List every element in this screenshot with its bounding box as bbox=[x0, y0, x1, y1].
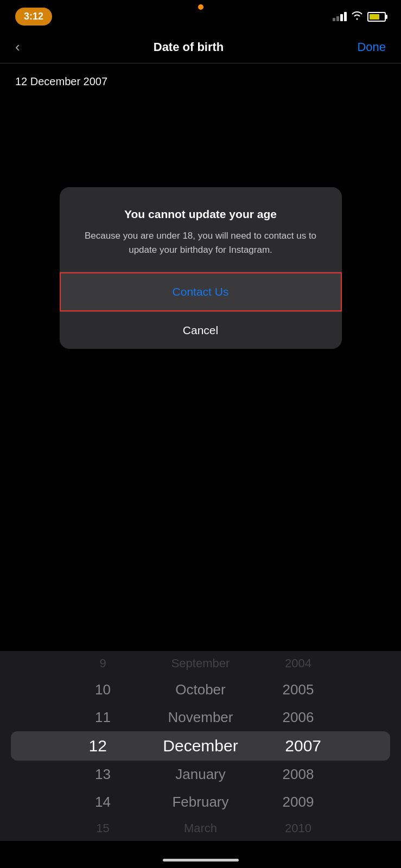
picker-month: March bbox=[168, 821, 233, 835]
picker-day: 12 bbox=[65, 737, 130, 755]
picker-row[interactable]: 14 February 2009 bbox=[0, 788, 401, 816]
picker-day: 10 bbox=[71, 681, 136, 698]
nav-bar: ‹ Date of birth Done bbox=[0, 31, 401, 63]
picker-row[interactable]: 12 December 2007 bbox=[11, 731, 390, 761]
picker-month: January bbox=[168, 766, 233, 783]
status-bar: 3:12 bbox=[0, 0, 401, 31]
picker-month: February bbox=[168, 794, 233, 810]
picker-year: 2008 bbox=[266, 766, 331, 783]
picker-row[interactable]: 11 November 2006 bbox=[0, 704, 401, 731]
picker-month: September bbox=[168, 656, 233, 671]
picker-day: 11 bbox=[71, 709, 136, 726]
alert-dialog: You cannot update your age Because you a… bbox=[60, 187, 342, 349]
wifi-icon bbox=[351, 11, 363, 23]
picker-row[interactable]: 10 October 2005 bbox=[0, 676, 401, 704]
orange-dot bbox=[198, 4, 203, 10]
done-button[interactable]: Done bbox=[357, 40, 386, 54]
contact-us-button[interactable]: Contact Us bbox=[60, 272, 342, 311]
picker-row[interactable]: 15 March 2010 bbox=[0, 816, 401, 841]
alert-message: Because you are under 18, you will need … bbox=[79, 229, 322, 257]
picker-day: 13 bbox=[71, 766, 136, 783]
alert-content: You cannot update your age Because you a… bbox=[60, 187, 342, 272]
back-button[interactable]: ‹ bbox=[15, 39, 20, 55]
picker-day: 14 bbox=[71, 794, 136, 810]
selected-date-text: 12 December 2007 bbox=[15, 75, 107, 87]
status-icons bbox=[333, 11, 386, 23]
picker-year: 2006 bbox=[266, 709, 331, 726]
home-indicator bbox=[163, 859, 239, 861]
picker-month: October bbox=[168, 681, 233, 698]
picker-year: 2005 bbox=[266, 681, 331, 698]
picker-rows: 9 September 2004 10 October 2005 11 Nove… bbox=[0, 651, 401, 841]
date-display: 12 December 2007 bbox=[0, 63, 401, 100]
picker-row[interactable]: 13 January 2008 bbox=[0, 761, 401, 788]
picker-year: 2009 bbox=[266, 794, 331, 810]
battery-icon bbox=[367, 12, 386, 22]
picker-month: November bbox=[168, 709, 233, 726]
signal-icon bbox=[333, 12, 347, 21]
status-time: 3:12 bbox=[15, 8, 52, 25]
picker-row[interactable]: 9 September 2004 bbox=[0, 651, 401, 676]
alert-buttons: Contact Us Cancel bbox=[60, 272, 342, 349]
picker-year: 2007 bbox=[271, 737, 336, 755]
picker-day: 9 bbox=[71, 656, 136, 671]
picker-year: 2010 bbox=[266, 821, 331, 835]
picker-day: 15 bbox=[71, 821, 136, 835]
date-picker[interactable]: 9 September 2004 10 October 2005 11 Nove… bbox=[0, 651, 401, 841]
dialog-area: You cannot update your age Because you a… bbox=[0, 100, 401, 436]
picker-month: December bbox=[163, 737, 238, 755]
picker-year: 2004 bbox=[266, 656, 331, 671]
page-title: Date of birth bbox=[154, 40, 224, 54]
cancel-button[interactable]: Cancel bbox=[60, 311, 342, 349]
alert-title: You cannot update your age bbox=[79, 207, 322, 221]
